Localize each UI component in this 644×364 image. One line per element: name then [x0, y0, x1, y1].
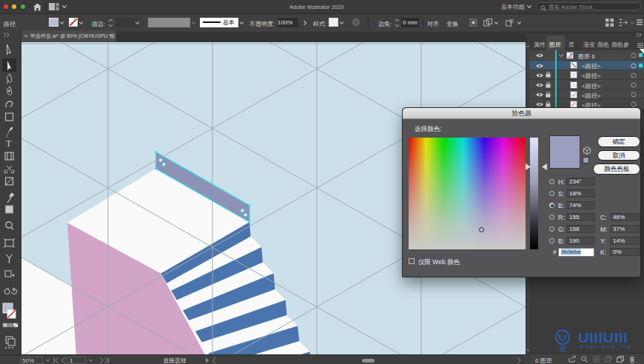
svg-text:T: T [6, 138, 12, 149]
